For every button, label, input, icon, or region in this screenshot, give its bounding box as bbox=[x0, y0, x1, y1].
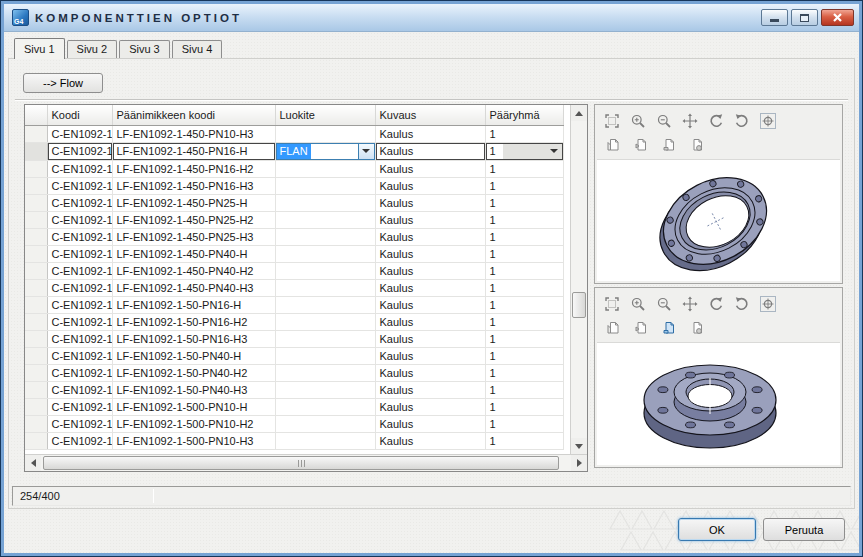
cell-koodi[interactable]: C-EN1092-1-... bbox=[47, 296, 112, 313]
cell-kuvaus[interactable]: Kaulus bbox=[375, 211, 485, 228]
cell-paaryhma[interactable]: 1 bbox=[485, 211, 563, 228]
cell-luokite[interactable] bbox=[275, 177, 375, 194]
row-selector[interactable] bbox=[25, 296, 47, 313]
table-row[interactable]: C-EN1092-1-...LF-EN1092-1-450-PN16-H3Kau… bbox=[25, 177, 563, 194]
cell-koodi[interactable]: C-EN1092-1-... bbox=[47, 432, 112, 449]
row-selector[interactable] bbox=[25, 364, 47, 381]
maximize-button[interactable] bbox=[791, 9, 818, 26]
cell-luokite[interactable] bbox=[275, 125, 375, 142]
column-header-paaryhma[interactable]: Pääryhmä bbox=[485, 105, 563, 125]
cell-koodi[interactable]: C-EN1092-1-... bbox=[47, 313, 112, 330]
column-header-luokite[interactable]: Luokite bbox=[275, 105, 375, 125]
paaryhma-dropdown-editor[interactable]: 1 bbox=[486, 143, 563, 160]
row-selector[interactable] bbox=[25, 228, 47, 245]
table-row[interactable]: C-EN1092-1-...LF-EN1092-1-450-PN25-HKaul… bbox=[25, 194, 563, 211]
view-preset-2-icon[interactable] bbox=[627, 318, 655, 338]
row-selector[interactable] bbox=[25, 432, 47, 449]
cell-paaryhma[interactable]: 1 bbox=[485, 125, 563, 142]
cell-nimike[interactable]: LF-EN1092-1-450-PN40-H2 bbox=[112, 262, 275, 279]
scroll-up-button[interactable] bbox=[571, 105, 587, 121]
column-header-kuvaus[interactable]: Kuvaus bbox=[375, 105, 485, 125]
cell-kuvaus[interactable]: Kaulus bbox=[375, 313, 485, 330]
pan-icon[interactable] bbox=[677, 294, 703, 314]
view-preset-4-icon[interactable] bbox=[683, 135, 711, 155]
cell-kuvaus[interactable]: Kaulus bbox=[375, 364, 485, 381]
table-row[interactable]: C-EN1092-1-...LF-EN1092-1-50-PN16-H2Kaul… bbox=[25, 313, 563, 330]
row-selector[interactable] bbox=[25, 160, 47, 177]
cell-luokite[interactable] bbox=[275, 296, 375, 313]
cell-nimike[interactable]: LF-EN1092-1-500-PN10-H2 bbox=[112, 415, 275, 432]
row-selector[interactable] bbox=[25, 262, 47, 279]
cell-luokite[interactable] bbox=[275, 194, 375, 211]
scroll-right-button[interactable] bbox=[571, 455, 587, 471]
cell-paaryhma[interactable]: 1 bbox=[485, 415, 563, 432]
cell-koodi[interactable]: C-EN1092-1-... bbox=[47, 279, 112, 296]
scroll-left-button[interactable] bbox=[25, 455, 41, 471]
cell-nimike[interactable]: LF-EN1092-1-450-PN16-H2 bbox=[112, 160, 275, 177]
row-selector[interactable] bbox=[25, 415, 47, 432]
row-selector[interactable] bbox=[25, 279, 47, 296]
center-icon[interactable] bbox=[755, 294, 781, 314]
cell-nimike[interactable]: LF-EN1092-1-500-PN10-H bbox=[112, 398, 275, 415]
table-row[interactable]: C-EN1092-1-...LF-EN1092-1-500-PN10-H3Kau… bbox=[25, 432, 563, 449]
cell-paaryhma[interactable]: 1 bbox=[485, 194, 563, 211]
cell-koodi[interactable]: C-EN1092-1-... bbox=[47, 194, 112, 211]
cell-koodi[interactable]: C-EN1092-1-... bbox=[47, 228, 112, 245]
table-row[interactable]: C-EN1092-1-...LF-EN1092-1-500-PN10-H2Kau… bbox=[25, 415, 563, 432]
cell-paaryhma[interactable]: 1 bbox=[485, 398, 563, 415]
cell-kuvaus[interactable]: Kaulus bbox=[375, 177, 485, 194]
cell-luokite[interactable] bbox=[275, 313, 375, 330]
rotate-cw-icon[interactable] bbox=[729, 294, 755, 314]
fit-icon[interactable] bbox=[599, 111, 625, 131]
vertical-scroll-thumb[interactable] bbox=[572, 292, 586, 318]
cancel-button[interactable]: Peruuta bbox=[763, 518, 845, 541]
row-selector[interactable] bbox=[25, 142, 47, 160]
koodi-edit-box[interactable]: C-EN1092-1-45 bbox=[48, 143, 112, 160]
cell-luokite[interactable] bbox=[275, 347, 375, 364]
horizontal-scroll-track[interactable] bbox=[41, 455, 571, 471]
rotate-ccw-icon[interactable] bbox=[703, 294, 729, 314]
cell-nimike[interactable]: LF-EN1092-1-50-PN16-H bbox=[112, 296, 275, 313]
scroll-down-button[interactable] bbox=[571, 438, 587, 454]
cell-koodi[interactable]: C-EN1092-1-... bbox=[47, 347, 112, 364]
cell-paaryhma[interactable]: 1 bbox=[485, 160, 563, 177]
column-header-koodi[interactable]: Koodi bbox=[47, 105, 112, 125]
cell-koodi[interactable]: C-EN1092-1-... bbox=[47, 398, 112, 415]
cell-paaryhma[interactable]: 1 bbox=[485, 245, 563, 262]
cell-luokite[interactable] bbox=[275, 415, 375, 432]
cell-paaryhma[interactable]: 1 bbox=[485, 262, 563, 279]
cell-paaryhma[interactable]: 1 bbox=[485, 228, 563, 245]
pan-icon[interactable] bbox=[677, 111, 703, 131]
view-preset-3-icon-active[interactable] bbox=[655, 318, 683, 338]
view-preset-1-icon[interactable] bbox=[599, 135, 627, 155]
cell-koodi[interactable]: C-EN1092-1-... bbox=[47, 160, 112, 177]
cell-koodi[interactable]: C-EN1092-1-... bbox=[47, 330, 112, 347]
selector-column-header[interactable] bbox=[25, 105, 47, 125]
cell-kuvaus[interactable]: Kaulus bbox=[375, 330, 485, 347]
cell-nimike[interactable]: LF-EN1092-1-450-PN16-H3 bbox=[112, 177, 275, 194]
table-row[interactable]: C-EN1092-1-...LF-EN1092-1-450-PN25-H3Kau… bbox=[25, 228, 563, 245]
cell-paaryhma[interactable]: 1 bbox=[485, 364, 563, 381]
table-row[interactable]: C-EN1092-1-...LF-EN1092-1-450-PN16-H2Kau… bbox=[25, 160, 563, 177]
row-selector[interactable] bbox=[25, 125, 47, 142]
cell-nimike[interactable]: LF-EN1092-1-50-PN40-H3 bbox=[112, 381, 275, 398]
column-header-paanimikkeen-koodi[interactable]: Päänimikkeen koodi bbox=[112, 105, 275, 125]
cell-nimike[interactable]: LF-EN1092-1-50-PN40-H bbox=[112, 347, 275, 364]
table-row[interactable]: C-EN1092-1-...LF-EN1092-1-450-PN10-H3Kau… bbox=[25, 125, 563, 142]
cell-paaryhma[interactable]: 1 bbox=[485, 381, 563, 398]
zoom-in-icon[interactable] bbox=[625, 294, 651, 314]
row-selector[interactable] bbox=[25, 313, 47, 330]
table-row[interactable]: C-EN1092-1-...LF-EN1092-1-50-PN40-H2Kaul… bbox=[25, 364, 563, 381]
table-row[interactable]: C-EN1092-1-...LF-EN1092-1-50-PN40-HKaulu… bbox=[25, 347, 563, 364]
center-icon[interactable] bbox=[755, 111, 781, 131]
cell-kuvaus[interactable]: Kaulus bbox=[375, 228, 485, 245]
cell-luokite[interactable] bbox=[275, 211, 375, 228]
cell-nimike[interactable]: LF-EN1092-1-450-PN25-H3 bbox=[112, 228, 275, 245]
cell-nimike[interactable]: LF-EN1092-1-450-PN16-H bbox=[112, 142, 275, 160]
row-selector[interactable] bbox=[25, 211, 47, 228]
close-button[interactable] bbox=[821, 9, 854, 26]
cell-luokite[interactable] bbox=[275, 160, 375, 177]
cell-koodi[interactable]: C-EN1092-1-... bbox=[47, 415, 112, 432]
zoom-out-icon[interactable] bbox=[651, 111, 677, 131]
rotate-cw-icon[interactable] bbox=[729, 111, 755, 131]
